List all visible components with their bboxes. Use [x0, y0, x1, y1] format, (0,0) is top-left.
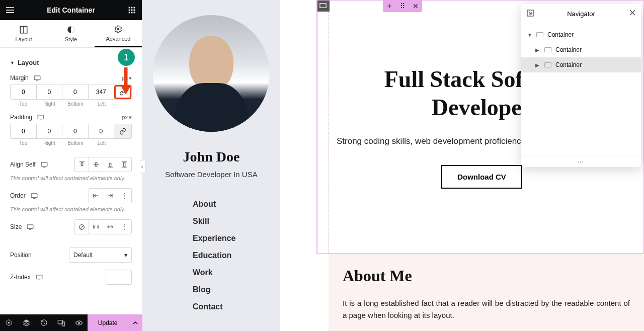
responsive-icon[interactable] [31, 193, 38, 199]
label-right: Right [36, 139, 62, 146]
padding-right-input[interactable] [37, 124, 62, 138]
order-buttons: ⋮ [89, 188, 132, 203]
selection-header [316, 0, 330, 12]
margin-unit[interactable]: px▾ [122, 75, 132, 81]
svg-rect-20 [41, 162, 47, 167]
zindex-label: Z-Index [10, 274, 43, 281]
align-start[interactable] [75, 157, 89, 172]
svg-line-47 [44, 323, 45, 323]
position-label: Position [10, 252, 32, 259]
responsive-icon[interactable] [34, 75, 41, 81]
responsive-mode-icon[interactable] [53, 314, 70, 331]
responsive-icon[interactable] [41, 161, 48, 168]
margin-right-input[interactable] [37, 85, 62, 99]
svg-rect-4 [131, 7, 133, 9]
profile-nav: About Skill Experience Education Work Bl… [142, 200, 280, 311]
settings-icon[interactable] [0, 314, 18, 331]
padding-link-toggle[interactable] [114, 124, 131, 138]
profile-sidebar: John Doe Software Developer In USA About… [142, 0, 280, 331]
menu-icon[interactable] [5, 5, 15, 15]
svg-point-45 [8, 322, 10, 324]
size-shrink[interactable] [89, 220, 103, 234]
nav-about[interactable]: About [193, 200, 280, 209]
margin-left-input[interactable] [89, 85, 114, 99]
size-buttons: ⋮ [74, 219, 132, 234]
responsive-icon[interactable] [37, 114, 44, 120]
padding-left-input[interactable] [89, 124, 114, 138]
container-icon [536, 32, 543, 37]
alignself-note: This control will affect contained eleme… [10, 175, 132, 181]
navigator-item[interactable]: ▶ Container [521, 57, 641, 72]
padding-bottom-input[interactable] [62, 124, 88, 138]
padding-label: Padding [10, 114, 44, 121]
svg-rect-16 [34, 76, 40, 80]
tab-style-label: Style [65, 36, 77, 42]
responsive-icon[interactable] [36, 274, 43, 280]
apps-icon[interactable] [127, 5, 137, 15]
svg-rect-5 [133, 7, 135, 9]
delete-element-button[interactable]: ✕ [409, 0, 422, 12]
navigator-icon[interactable] [18, 314, 35, 331]
nav-education[interactable]: Education [193, 251, 280, 260]
position-select[interactable]: Default▾ [69, 247, 132, 263]
margin-bottom-input[interactable] [62, 85, 88, 99]
navigator-resize-handle[interactable]: ⋯ [521, 156, 641, 167]
svg-rect-10 [131, 12, 133, 14]
section-layout-toggle[interactable]: ▼ Layout [10, 59, 132, 66]
update-more-button[interactable] [128, 314, 142, 331]
svg-rect-7 [131, 10, 133, 11]
label-left: Left [89, 139, 115, 146]
padding-unit[interactable]: px▾ [122, 114, 132, 121]
update-button[interactable]: Update [88, 314, 127, 331]
zindex-input[interactable] [106, 270, 132, 285]
padding-top-input[interactable] [11, 124, 36, 138]
navigator-item[interactable]: ▶ Container [521, 42, 641, 57]
expand-icon[interactable]: ▶ [535, 62, 540, 68]
svg-rect-41 [36, 275, 42, 279]
drag-handle-icon[interactable]: ⠿ [396, 0, 409, 12]
container-tag-icon[interactable] [316, 0, 330, 12]
editor-body: ▼ Layout Margin px▾ Top Right Bottom Lef… [0, 48, 142, 314]
navigator-item-label: Container [555, 61, 582, 68]
nav-contact[interactable]: Contact [193, 302, 280, 311]
navigator-header: Navigator [521, 4, 641, 24]
navigator-close-icon[interactable] [629, 9, 636, 18]
align-stretch[interactable] [117, 157, 131, 172]
nav-skill[interactable]: Skill [193, 217, 280, 226]
history-icon[interactable] [35, 314, 53, 331]
tab-style[interactable]: Style [47, 20, 95, 47]
order-last[interactable] [103, 189, 117, 203]
nav-experience[interactable]: Experience [193, 234, 280, 243]
panel-collapse-toggle[interactable]: ‹ [139, 160, 146, 173]
preview-icon[interactable] [70, 314, 88, 331]
order-first[interactable] [89, 189, 103, 203]
navigator-item[interactable]: ▼ Container [521, 27, 641, 42]
responsive-icon[interactable] [27, 224, 34, 230]
navigator-dock-icon[interactable] [526, 9, 534, 19]
margin-inputs [10, 85, 132, 100]
expand-icon[interactable]: ▼ [527, 32, 532, 38]
editor-panel: Edit Container Layout Style Advanced ▼ L… [0, 0, 142, 314]
about-body: It is a long established fact that a rea… [343, 297, 630, 321]
expand-icon[interactable]: ▶ [535, 47, 540, 53]
align-center[interactable] [89, 157, 103, 172]
size-none[interactable] [75, 220, 89, 234]
svg-rect-1 [6, 10, 14, 11]
about-heading: About Me [343, 267, 630, 285]
svg-rect-11 [133, 12, 135, 14]
size-more[interactable]: ⋮ [117, 220, 131, 234]
margin-top-input[interactable] [11, 85, 36, 99]
margin-link-toggle[interactable] [114, 85, 131, 99]
align-end[interactable] [103, 157, 117, 172]
tab-advanced[interactable]: Advanced [95, 20, 142, 47]
size-grow[interactable] [103, 220, 117, 234]
svg-rect-0 [6, 7, 14, 8]
nav-work[interactable]: Work [193, 268, 280, 277]
nav-blog[interactable]: Blog [193, 285, 280, 294]
container-icon [544, 47, 551, 52]
add-element-button[interactable]: ＋ [383, 0, 396, 12]
tab-layout[interactable]: Layout [0, 20, 47, 47]
editor-title: Edit Container [47, 6, 95, 14]
download-cv-button[interactable]: Download CV [441, 165, 522, 189]
order-more[interactable]: ⋮ [117, 189, 131, 203]
